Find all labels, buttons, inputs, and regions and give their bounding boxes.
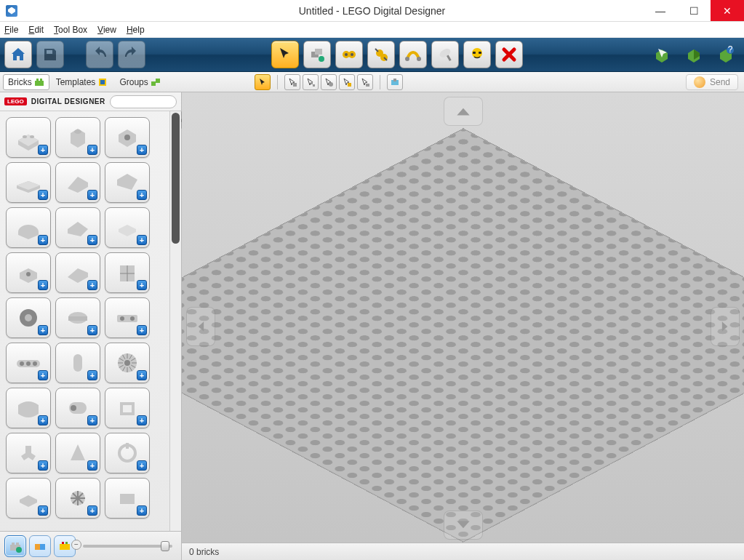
brick-category-slopes[interactable]: + xyxy=(55,162,100,203)
redo-button[interactable] xyxy=(118,41,145,68)
brick-category-technic-pins[interactable]: + xyxy=(55,343,100,383)
palette-zoom-slider[interactable]: − xyxy=(83,545,172,548)
svg-point-9 xyxy=(405,57,409,61)
mode-view-button[interactable] xyxy=(680,41,708,68)
brick-category-clips[interactable]: + xyxy=(55,252,100,293)
orbit-up-button[interactable] xyxy=(444,97,483,126)
svg-rect-19 xyxy=(36,79,39,81)
palette-tab-bricks[interactable]: Bricks xyxy=(3,74,49,90)
expand-icon: + xyxy=(87,235,97,245)
mode-build-button[interactable] xyxy=(648,41,676,68)
menu-file[interactable]: File xyxy=(4,25,18,35)
brick-category-arches[interactable]: + xyxy=(6,207,51,248)
brick-category-bricks-round[interactable]: + xyxy=(55,117,100,158)
expand-icon: + xyxy=(137,235,147,245)
brick-category-wheels[interactable]: + xyxy=(6,297,51,338)
paint-tool-button[interactable] xyxy=(431,41,459,68)
svg-point-10 xyxy=(417,57,421,61)
mode-guide-button[interactable]: ? xyxy=(712,41,740,68)
baseplate[interactable] xyxy=(182,129,744,543)
svg-point-36 xyxy=(124,135,130,140)
expand-icon: + xyxy=(87,325,97,335)
palette-tab-groups[interactable]: Groups xyxy=(114,74,165,90)
save-button[interactable] xyxy=(36,41,64,68)
svg-rect-91 xyxy=(65,542,68,544)
menu-bar: File Edit Tool Box View Help xyxy=(0,22,744,38)
expand-icon: + xyxy=(38,280,48,290)
hide-tool-button[interactable] xyxy=(463,41,491,68)
palette-search-input[interactable] xyxy=(110,95,177,108)
brick-category-misc-3[interactable]: + xyxy=(105,478,150,519)
svg-point-68 xyxy=(71,405,76,411)
expand-icon: + xyxy=(137,370,147,380)
brick-category-cylinders[interactable]: + xyxy=(55,297,100,338)
brick-category-misc-1[interactable]: + xyxy=(6,478,51,519)
subtool-select-multi[interactable] xyxy=(303,74,319,90)
brick-category-technic-connectors[interactable]: + xyxy=(105,297,150,338)
subtool-pointer[interactable] xyxy=(255,74,271,90)
palette-filter-color[interactable] xyxy=(29,535,51,557)
hinge-align-tool-button[interactable] xyxy=(367,41,395,68)
brick-category-hinges[interactable]: + xyxy=(6,252,51,293)
orbit-right-button[interactable] xyxy=(711,307,740,346)
svg-rect-70 xyxy=(123,405,132,412)
brick-category-decorative[interactable]: + xyxy=(105,433,150,473)
subtool-select-connected[interactable] xyxy=(321,74,337,90)
palette-tab-templates[interactable]: Templates xyxy=(51,74,113,90)
scrollbar-thumb[interactable] xyxy=(172,113,180,244)
subtool-select-shape[interactable] xyxy=(357,74,373,90)
menu-toolbox[interactable]: Tool Box xyxy=(54,25,87,35)
brick-category-wedges[interactable]: + xyxy=(55,207,100,248)
brick-category-gears[interactable]: + xyxy=(105,343,150,383)
select-tool-button[interactable] xyxy=(271,41,299,68)
window-minimize-button[interactable]: — xyxy=(644,0,677,21)
brick-category-misc-2[interactable]: + xyxy=(55,478,100,519)
zoom-out-icon[interactable]: − xyxy=(71,540,81,550)
menu-edit[interactable]: Edit xyxy=(28,25,44,35)
palette-filter-bricks[interactable] xyxy=(4,535,26,557)
slider-knob[interactable] xyxy=(161,541,169,551)
brick-category-minifig-parts[interactable]: + xyxy=(6,433,51,473)
brick-category-bricks-basic[interactable]: + xyxy=(6,117,51,158)
orbit-left-button[interactable] xyxy=(186,307,215,346)
subtool-select-color[interactable] xyxy=(339,74,355,90)
svg-rect-52 xyxy=(73,354,82,372)
svg-point-11 xyxy=(438,47,452,60)
subtool-invert-selection[interactable] xyxy=(387,74,403,90)
window-maximize-button[interactable]: ☐ xyxy=(677,0,711,21)
palette-scrollbar[interactable] xyxy=(169,111,181,531)
flex-tool-button[interactable] xyxy=(399,41,427,68)
brick-category-tiles[interactable]: + xyxy=(105,207,150,248)
svg-rect-85 xyxy=(16,543,19,545)
brick-category-slopes-inverted[interactable]: + xyxy=(105,162,150,203)
svg-rect-23 xyxy=(151,81,156,86)
expand-icon: + xyxy=(137,415,147,425)
divider xyxy=(277,75,278,89)
brick-category-bricks-technic-holes[interactable]: + xyxy=(105,117,150,158)
orbit-down-button[interactable] xyxy=(444,511,483,540)
svg-point-33 xyxy=(23,135,27,138)
menu-view[interactable]: View xyxy=(97,25,116,35)
subtool-select-single[interactable] xyxy=(284,74,300,90)
brick-category-panels-doors[interactable]: + xyxy=(105,252,150,293)
window-close-button[interactable]: ✕ xyxy=(711,0,744,21)
expand-icon: + xyxy=(87,370,97,380)
brick-category-windows[interactable]: + xyxy=(105,388,150,428)
brick-category-curved[interactable]: + xyxy=(6,388,51,428)
svg-rect-89 xyxy=(60,544,70,550)
brick-category-tubes[interactable]: + xyxy=(55,388,100,428)
svg-point-54 xyxy=(124,360,130,366)
undo-button[interactable] xyxy=(86,41,113,68)
delete-tool-button[interactable] xyxy=(495,41,523,68)
menu-help[interactable]: Help xyxy=(127,25,145,35)
send-button[interactable]: Send xyxy=(686,74,738,90)
hinge-tool-button[interactable] xyxy=(335,41,363,68)
brick-category-axles[interactable]: + xyxy=(55,433,100,473)
svg-point-2 xyxy=(319,56,324,62)
clone-tool-button[interactable] xyxy=(303,41,331,68)
brick-category-plates-basic[interactable]: + xyxy=(6,162,51,203)
build-viewport[interactable]: 0 bricks xyxy=(182,92,744,560)
palette-header: LEGO DIGITAL DESIGNER xyxy=(0,92,181,111)
home-button[interactable] xyxy=(4,41,32,68)
brick-category-technic-beams[interactable]: + xyxy=(6,343,51,383)
